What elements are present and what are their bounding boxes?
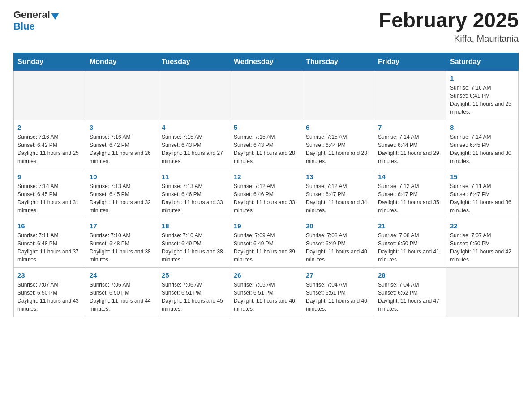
day-sun-info: Sunrise: 7:06 AMSunset: 6:51 PMDaylight:… xyxy=(162,281,226,313)
calendar-week-row: 2Sunrise: 7:16 AMSunset: 6:42 PMDaylight… xyxy=(14,120,519,169)
day-number: 24 xyxy=(90,271,154,279)
calendar-cell xyxy=(446,267,519,317)
day-number: 25 xyxy=(162,271,226,279)
day-number: 11 xyxy=(162,173,226,180)
calendar-cell: 6Sunrise: 7:15 AMSunset: 6:44 PMDaylight… xyxy=(302,120,374,169)
calendar-cell: 5Sunrise: 7:15 AMSunset: 6:43 PMDaylight… xyxy=(230,120,302,169)
header-cell-tuesday: Tuesday xyxy=(158,53,230,70)
month-title: February 2025 xyxy=(379,9,519,32)
header-cell-thursday: Thursday xyxy=(302,53,374,70)
calendar-week-row: 23Sunrise: 7:07 AMSunset: 6:50 PMDayligh… xyxy=(14,267,519,317)
calendar-cell: 2Sunrise: 7:16 AMSunset: 6:42 PMDaylight… xyxy=(14,120,86,169)
day-number: 27 xyxy=(306,271,370,279)
day-number: 10 xyxy=(90,173,154,180)
day-sun-info: Sunrise: 7:10 AMSunset: 6:48 PMDaylight:… xyxy=(90,231,154,264)
calendar-cell: 7Sunrise: 7:14 AMSunset: 6:44 PMDaylight… xyxy=(374,120,446,169)
header-cell-monday: Monday xyxy=(86,53,158,70)
day-sun-info: Sunrise: 7:16 AMSunset: 6:42 PMDaylight:… xyxy=(17,133,82,165)
day-sun-info: Sunrise: 7:06 AMSunset: 6:50 PMDaylight:… xyxy=(90,281,154,313)
day-sun-info: Sunrise: 7:15 AMSunset: 6:43 PMDaylight:… xyxy=(162,133,226,165)
day-sun-info: Sunrise: 7:05 AMSunset: 6:51 PMDaylight:… xyxy=(234,281,298,313)
day-number: 6 xyxy=(306,124,370,131)
day-number: 2 xyxy=(17,124,82,131)
calendar-cell: 15Sunrise: 7:11 AMSunset: 6:47 PMDayligh… xyxy=(446,169,519,218)
calendar-cell: 13Sunrise: 7:12 AMSunset: 6:47 PMDayligh… xyxy=(302,169,374,218)
calendar-cell xyxy=(374,70,446,120)
day-sun-info: Sunrise: 7:15 AMSunset: 6:44 PMDaylight:… xyxy=(306,133,370,165)
calendar-week-row: 1Sunrise: 7:16 AMSunset: 6:41 PMDaylight… xyxy=(14,70,519,120)
day-sun-info: Sunrise: 7:16 AMSunset: 6:42 PMDaylight:… xyxy=(90,133,154,165)
day-number: 1 xyxy=(450,74,515,82)
calendar-cell: 8Sunrise: 7:14 AMSunset: 6:45 PMDaylight… xyxy=(446,120,519,169)
calendar-table: SundayMondayTuesdayWednesdayThursdayFrid… xyxy=(13,53,519,317)
calendar-header: SundayMondayTuesdayWednesdayThursdayFrid… xyxy=(14,53,519,70)
calendar-cell: 22Sunrise: 7:07 AMSunset: 6:50 PMDayligh… xyxy=(446,218,519,267)
calendar-cell: 3Sunrise: 7:16 AMSunset: 6:42 PMDaylight… xyxy=(86,120,158,169)
calendar-cell: 12Sunrise: 7:12 AMSunset: 6:46 PMDayligh… xyxy=(230,169,302,218)
calendar-cell: 26Sunrise: 7:05 AMSunset: 6:51 PMDayligh… xyxy=(230,267,302,317)
calendar-cell: 16Sunrise: 7:11 AMSunset: 6:48 PMDayligh… xyxy=(14,218,86,267)
calendar-cell: 11Sunrise: 7:13 AMSunset: 6:46 PMDayligh… xyxy=(158,169,230,218)
day-number: 13 xyxy=(306,173,370,180)
logo-triangle-icon xyxy=(51,13,59,20)
day-number: 16 xyxy=(17,222,82,230)
calendar-cell xyxy=(14,70,86,120)
calendar-cell: 19Sunrise: 7:09 AMSunset: 6:49 PMDayligh… xyxy=(230,218,302,267)
calendar-cell: 28Sunrise: 7:04 AMSunset: 6:52 PMDayligh… xyxy=(374,267,446,317)
header-row: SundayMondayTuesdayWednesdayThursdayFrid… xyxy=(14,53,519,70)
day-sun-info: Sunrise: 7:13 AMSunset: 6:46 PMDaylight:… xyxy=(162,182,226,214)
page-header: General Blue February 2025 Kiffa, Maurit… xyxy=(13,9,519,44)
day-sun-info: Sunrise: 7:12 AMSunset: 6:47 PMDaylight:… xyxy=(306,182,370,214)
day-number: 5 xyxy=(234,124,298,131)
calendar-cell: 27Sunrise: 7:04 AMSunset: 6:51 PMDayligh… xyxy=(302,267,374,317)
day-sun-info: Sunrise: 7:11 AMSunset: 6:47 PMDaylight:… xyxy=(450,182,515,214)
day-number: 18 xyxy=(162,222,226,230)
day-sun-info: Sunrise: 7:12 AMSunset: 6:46 PMDaylight:… xyxy=(234,182,298,214)
day-number: 26 xyxy=(234,271,298,279)
day-number: 22 xyxy=(450,222,515,230)
calendar-cell: 21Sunrise: 7:08 AMSunset: 6:50 PMDayligh… xyxy=(374,218,446,267)
calendar-cell: 9Sunrise: 7:14 AMSunset: 6:45 PMDaylight… xyxy=(14,169,86,218)
day-sun-info: Sunrise: 7:13 AMSunset: 6:45 PMDaylight:… xyxy=(90,182,154,214)
calendar-cell xyxy=(230,70,302,120)
logo: General Blue xyxy=(13,9,59,32)
day-number: 8 xyxy=(450,124,515,131)
day-sun-info: Sunrise: 7:09 AMSunset: 6:49 PMDaylight:… xyxy=(234,231,298,264)
day-sun-info: Sunrise: 7:08 AMSunset: 6:50 PMDaylight:… xyxy=(378,231,442,264)
day-sun-info: Sunrise: 7:12 AMSunset: 6:47 PMDaylight:… xyxy=(378,182,442,214)
day-number: 19 xyxy=(234,222,298,230)
calendar-week-row: 16Sunrise: 7:11 AMSunset: 6:48 PMDayligh… xyxy=(14,218,519,267)
day-number: 4 xyxy=(162,124,226,131)
calendar-cell: 1Sunrise: 7:16 AMSunset: 6:41 PMDaylight… xyxy=(446,70,519,120)
calendar-cell: 14Sunrise: 7:12 AMSunset: 6:47 PMDayligh… xyxy=(374,169,446,218)
calendar-cell xyxy=(158,70,230,120)
calendar-cell xyxy=(86,70,158,120)
day-number: 17 xyxy=(90,222,154,230)
day-sun-info: Sunrise: 7:14 AMSunset: 6:45 PMDaylight:… xyxy=(450,133,515,165)
location-title: Kiffa, Mauritania xyxy=(379,34,519,44)
day-number: 9 xyxy=(17,173,82,180)
day-sun-info: Sunrise: 7:14 AMSunset: 6:44 PMDaylight:… xyxy=(378,133,442,165)
calendar-cell xyxy=(302,70,374,120)
calendar-cell: 17Sunrise: 7:10 AMSunset: 6:48 PMDayligh… xyxy=(86,218,158,267)
day-number: 15 xyxy=(450,173,515,180)
day-sun-info: Sunrise: 7:16 AMSunset: 6:41 PMDaylight:… xyxy=(450,84,515,116)
day-sun-info: Sunrise: 7:15 AMSunset: 6:43 PMDaylight:… xyxy=(234,133,298,165)
day-sun-info: Sunrise: 7:04 AMSunset: 6:52 PMDaylight:… xyxy=(378,281,442,313)
header-cell-sunday: Sunday xyxy=(14,53,86,70)
day-sun-info: Sunrise: 7:08 AMSunset: 6:49 PMDaylight:… xyxy=(306,231,370,264)
day-sun-info: Sunrise: 7:11 AMSunset: 6:48 PMDaylight:… xyxy=(17,231,82,264)
day-sun-info: Sunrise: 7:04 AMSunset: 6:51 PMDaylight:… xyxy=(306,281,370,313)
logo-general-text: General xyxy=(13,9,50,21)
calendar-cell: 24Sunrise: 7:06 AMSunset: 6:50 PMDayligh… xyxy=(86,267,158,317)
calendar-cell: 4Sunrise: 7:15 AMSunset: 6:43 PMDaylight… xyxy=(158,120,230,169)
calendar-cell: 18Sunrise: 7:10 AMSunset: 6:49 PMDayligh… xyxy=(158,218,230,267)
title-block: February 2025 Kiffa, Mauritania xyxy=(379,9,519,44)
calendar-week-row: 9Sunrise: 7:14 AMSunset: 6:45 PMDaylight… xyxy=(14,169,519,218)
header-cell-wednesday: Wednesday xyxy=(230,53,302,70)
day-sun-info: Sunrise: 7:14 AMSunset: 6:45 PMDaylight:… xyxy=(17,182,82,214)
day-number: 14 xyxy=(378,173,442,180)
calendar-cell: 10Sunrise: 7:13 AMSunset: 6:45 PMDayligh… xyxy=(86,169,158,218)
calendar-cell: 25Sunrise: 7:06 AMSunset: 6:51 PMDayligh… xyxy=(158,267,230,317)
calendar-body: 1Sunrise: 7:16 AMSunset: 6:41 PMDaylight… xyxy=(14,70,519,317)
